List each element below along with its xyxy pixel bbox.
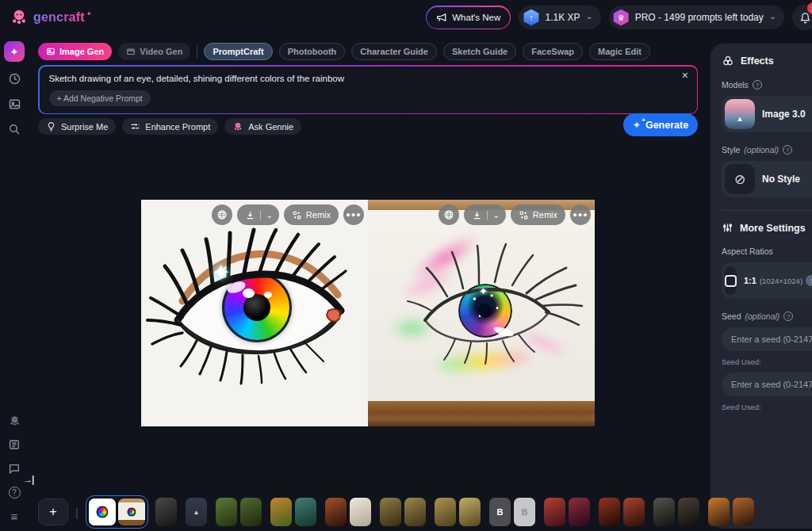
question-icon[interactable]: ? (753, 80, 762, 90)
image-icon (46, 47, 56, 56)
remix-button[interactable]: Remix (511, 204, 565, 225)
publish-globe-button[interactable] (212, 204, 232, 225)
thumbnail-gold-portrait-2[interactable] (459, 498, 481, 526)
tab-sketch-guide[interactable]: Sketch Guide (443, 43, 516, 60)
thumbnail-green-ape-2[interactable] (240, 498, 262, 526)
notifications-button[interactable]: 1 (792, 5, 812, 30)
publish-globe-button[interactable] (439, 204, 459, 225)
thumbnail-orange-bot-1[interactable] (708, 498, 730, 526)
sidebar-item-library[interactable] (6, 95, 23, 113)
tab-photobooth[interactable]: Photobooth (279, 43, 346, 60)
octopus-icon (8, 414, 21, 428)
octopus-logo-icon (10, 8, 29, 27)
sidebar-item-news[interactable] (6, 436, 23, 453)
thumbnail-letter-b-light[interactable]: B (514, 498, 535, 526)
expand-sidebar-button[interactable]: →| (23, 474, 33, 485)
thumbnail-ember-figure[interactable] (325, 498, 347, 526)
brand-sparkle-icon: ✦ (86, 10, 92, 17)
model-select-card[interactable]: ▲ Image 3.0 3.0 (722, 96, 812, 132)
thumbnail-letter-b-dark[interactable]: B (489, 498, 511, 526)
thumbnail-eye-cartoon[interactable] (89, 499, 116, 525)
crown-badge-icon: ♛ (613, 10, 630, 26)
question-icon[interactable]: ? (783, 145, 792, 155)
add-negative-prompt-button[interactable]: + Add Negative Prompt (49, 90, 151, 106)
tab-character-guide[interactable]: Character Guide (351, 43, 437, 60)
chevron-down-icon[interactable]: ⌄ (487, 211, 505, 220)
sidebar-item-help[interactable]: ? (6, 483, 23, 501)
more-options-button[interactable]: ●●● (343, 204, 364, 225)
thumbnail-sepia-portrait-2[interactable] (404, 498, 426, 526)
newspaper-icon (8, 438, 21, 451)
globe-icon (443, 209, 454, 220)
seed-label: Seed (722, 311, 741, 321)
close-icon[interactable]: ✕ (681, 71, 688, 81)
tab-label: Character Guide (360, 47, 428, 56)
tab-promptcraft[interactable]: PromptCraft (204, 43, 272, 60)
generate-button[interactable]: ✦+ Generate (623, 113, 698, 136)
more-options-button[interactable]: ●●● (570, 204, 591, 225)
sidebar-item-feedback[interactable] (6, 460, 23, 477)
selected-generation-pair[interactable] (86, 495, 148, 529)
chevron-down-icon: ⌄ (769, 11, 776, 21)
download-split-button[interactable]: ⌄ (464, 204, 505, 225)
remix-label: Remix (306, 210, 331, 220)
bell-icon (799, 12, 811, 24)
prompt-input[interactable]: Sketch drawing of an eye, detailed, shin… (49, 74, 345, 83)
remix-button[interactable]: Remix (284, 204, 339, 225)
xp-dropdown[interactable]: ↑ 1.1K XP ⌄ (519, 6, 600, 29)
thumbnail-sepia-portrait-1[interactable] (380, 498, 401, 526)
enhance-prompt-button[interactable]: Enhance Prompt (122, 118, 218, 135)
sidebar-item-search[interactable] (6, 120, 23, 138)
thumbnail-slate-boat[interactable]: ▲ (186, 498, 207, 526)
thumbnail-eye-sketch[interactable] (118, 499, 145, 525)
plan-label: PRO - 1499 prompts left today (635, 12, 764, 23)
square-icon (725, 266, 737, 295)
thumbnail-teal-fox[interactable] (295, 498, 316, 526)
thumbnail-red-scene-1[interactable] (544, 498, 565, 526)
thumbnail-gold-portrait-1[interactable] (435, 498, 456, 526)
download-split-button[interactable]: ⌄ (237, 204, 278, 225)
thumbnail-white-sculpture[interactable] (350, 498, 371, 526)
thumbnail-dark-portrait-2[interactable] (678, 498, 699, 526)
tab-image-gen[interactable]: Image Gen (38, 43, 112, 60)
sidebar-item-gennie[interactable] (6, 412, 23, 430)
thumbnail-jungle-fox[interactable] (270, 498, 292, 526)
thumbnail-statue-dark[interactable] (155, 498, 177, 526)
question-icon[interactable]: ? (783, 311, 793, 321)
aspect-ratio-card[interactable]: 1:1 (1024×1024) square (722, 262, 812, 299)
tabs-divider (197, 45, 197, 58)
sidebar-item-history[interactable] (6, 70, 23, 87)
ask-gennie-button[interactable]: Ask Gennie (224, 118, 301, 135)
tab-faceswap[interactable]: FaceSwap (523, 43, 583, 60)
plan-dropdown[interactable]: ♛ PRO - 1499 prompts left today ⌄ (609, 6, 784, 29)
thumbnail-red-scene-2[interactable] (569, 498, 590, 526)
thumbnail-orange-bot-2[interactable] (733, 498, 754, 526)
whats-new-button[interactable]: What's New (426, 6, 511, 29)
seed-input-1[interactable] (722, 327, 812, 351)
strip-divider: | (75, 506, 79, 519)
thumbnail-dark-portrait-1[interactable] (653, 498, 675, 526)
models-label: Models (722, 80, 749, 90)
tab-label: Image Gen (59, 47, 104, 56)
thumbnail-crimson-room-1[interactable] (599, 498, 620, 526)
effects-panel: Effects Models ? ▲ Image 3.0 3.0 Style (… (710, 44, 812, 529)
sparkle-highlight: ✦ (211, 258, 231, 286)
generated-image-2[interactable]: ✦ ⌄ Remix ●●● (368, 200, 595, 426)
tab-magic-edit[interactable]: Magic Edit (589, 43, 650, 60)
brand-logo[interactable]: gencraft ✦ (10, 8, 91, 27)
seed-input-2[interactable] (722, 372, 812, 396)
new-generation-button[interactable]: + (38, 499, 68, 525)
chevron-down-icon[interactable]: ⌄ (260, 211, 278, 220)
sidebar-item-menu[interactable]: ≡ (6, 507, 23, 525)
thumbnail-green-ape-1[interactable] (216, 498, 237, 526)
surprise-me-button[interactable]: Surprise Me (38, 118, 116, 135)
tab-video-gen[interactable]: Video Gen (118, 43, 190, 60)
top-bar: gencraft ✦ What's New ↑ 1.1K XP ⌄ ♛ PRO … (0, 0, 812, 35)
sidebar-item-create[interactable]: ✦ (4, 41, 25, 62)
generated-image-1[interactable]: ✦ ⌄ Remix ●●● (141, 200, 368, 426)
octopus-icon (232, 121, 243, 132)
top-bar-right: What's New ↑ 1.1K XP ⌄ ♛ PRO - 1499 prom… (426, 5, 812, 30)
thumbnail-crimson-room-2[interactable] (623, 498, 645, 526)
video-icon (126, 47, 136, 56)
style-select-card[interactable]: ⊘ No Style (722, 161, 812, 197)
